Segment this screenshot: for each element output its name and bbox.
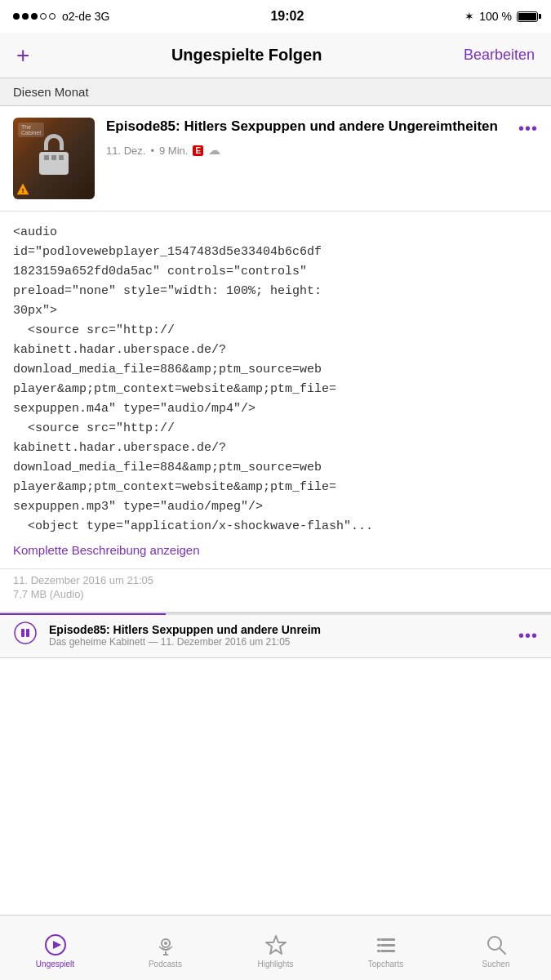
tab-ungespielt-label: Ungespielt: [36, 960, 74, 969]
status-left: o2-de 3G: [13, 10, 110, 23]
edit-button[interactable]: Bearbeiten: [464, 47, 535, 64]
dot-2: [22, 13, 29, 20]
svg-marker-5: [53, 941, 61, 949]
svg-line-18: [500, 948, 505, 954]
now-playing-subtitle: Das geheime Kabinett — 11. Dezember 2016…: [49, 636, 507, 648]
explicit-badge: E: [193, 145, 203, 156]
now-playing-more-button[interactable]: •••: [518, 626, 538, 645]
episode-duration: 9 Min.: [159, 145, 188, 157]
topcharts-icon: 1 2 3: [375, 933, 398, 956]
cloud-icon: ☁: [208, 143, 220, 158]
dot-4: [40, 13, 47, 20]
battery-fill: [518, 13, 536, 20]
lock-dot-3: [59, 155, 64, 160]
pause-button[interactable]: [13, 621, 38, 649]
episode-footer: 11. Dezember 2016 um 21:05 7,7 MB (Audio…: [0, 569, 551, 612]
episode-thumbnail[interactable]: TheCabinet !: [13, 118, 95, 199]
svg-point-7: [164, 942, 167, 945]
lock-body: [39, 152, 69, 175]
network-label: 3G: [95, 10, 110, 23]
progress-bar: [0, 613, 551, 615]
section-header: Diesen Monat: [0, 78, 551, 106]
page-title: Ungespielte Folgen: [171, 46, 322, 65]
search-icon: [485, 933, 508, 956]
episode-title[interactable]: Episode85: Hitlers Sexpuppen und andere …: [106, 118, 512, 136]
episode-card: TheCabinet ! Episode85: [0, 106, 551, 212]
dot-1: [13, 13, 20, 20]
episode-filesize: 7,7 MB (Audio): [13, 588, 538, 600]
episode-more-button[interactable]: •••: [518, 119, 538, 138]
tab-podcasts-label: Podcasts: [149, 960, 182, 969]
tab-ungespielt[interactable]: Ungespielt: [0, 915, 110, 980]
thumb-lock: [38, 134, 70, 175]
status-bar: o2-de 3G 19:02 ✶ 100 %: [0, 0, 551, 33]
description-area: <audio id="podlovewebplayer_1547483d5e33…: [0, 212, 551, 569]
dot-3: [31, 13, 38, 20]
svg-text:!: !: [22, 187, 24, 194]
progress-fill: [0, 613, 166, 615]
episode-date-full: 11. Dezember 2016 um 21:05: [13, 574, 538, 586]
tab-topcharts[interactable]: 1 2 3 Topcharts: [331, 915, 441, 980]
tab-suchen-label: Suchen: [482, 960, 510, 969]
now-playing-info: Episode85: Hitlers Sexpuppen und andere …: [49, 623, 507, 648]
now-playing-title: Episode85: Hitlers Sexpuppen und andere …: [49, 623, 507, 636]
podcasts-icon: [154, 933, 177, 956]
bluetooth-icon: ✶: [464, 10, 474, 23]
star-icon: [264, 933, 287, 956]
lock-dot-1: [44, 155, 49, 160]
status-right: ✶ 100 %: [464, 10, 538, 23]
warning-icon: !: [16, 183, 29, 196]
svg-rect-3: [26, 629, 29, 637]
play-circle-icon: [44, 933, 67, 956]
lock-dot-2: [51, 155, 56, 160]
thumb-inner: TheCabinet !: [13, 118, 95, 199]
status-time: 19:02: [270, 9, 304, 24]
lock-shackle: [44, 134, 64, 150]
signal-dots: [13, 13, 56, 20]
svg-rect-2: [21, 629, 24, 637]
battery-icon: [517, 11, 538, 22]
tab-podcasts[interactable]: Podcasts: [110, 915, 220, 980]
svg-marker-10: [266, 936, 286, 954]
carrier-label: o2-de: [62, 10, 91, 23]
episode-meta: 11. Dez. • 9 Min. E ☁: [106, 143, 538, 158]
episode-info: Episode85: Hitlers Sexpuppen und andere …: [106, 118, 538, 158]
episode-header: Episode85: Hitlers Sexpuppen und andere …: [106, 118, 538, 138]
add-button[interactable]: +: [16, 42, 29, 69]
description-text: <audio id="podlovewebplayer_1547483d5e33…: [13, 223, 538, 537]
episode-separator: •: [150, 145, 154, 157]
tab-highlights[interactable]: Highlights: [220, 915, 331, 980]
svg-point-1: [15, 622, 36, 644]
nav-bar: + Ungespielte Folgen Bearbeiten: [0, 33, 551, 78]
tab-highlights-label: Highlights: [258, 960, 294, 969]
lock-dots: [44, 155, 64, 160]
tab-topcharts-label: Topcharts: [368, 960, 403, 969]
now-playing-bar: Episode85: Hitlers Sexpuppen und andere …: [0, 612, 551, 658]
tab-bar: Ungespielt Podcasts Highlights: [0, 915, 551, 980]
dot-5: [49, 13, 56, 20]
episode-date: 11. Dez.: [106, 145, 145, 157]
tab-suchen[interactable]: Suchen: [441, 915, 551, 980]
show-more-link[interactable]: Komplette Beschreibung anzeigen: [13, 543, 538, 557]
battery-percentage: 100 %: [479, 10, 512, 23]
